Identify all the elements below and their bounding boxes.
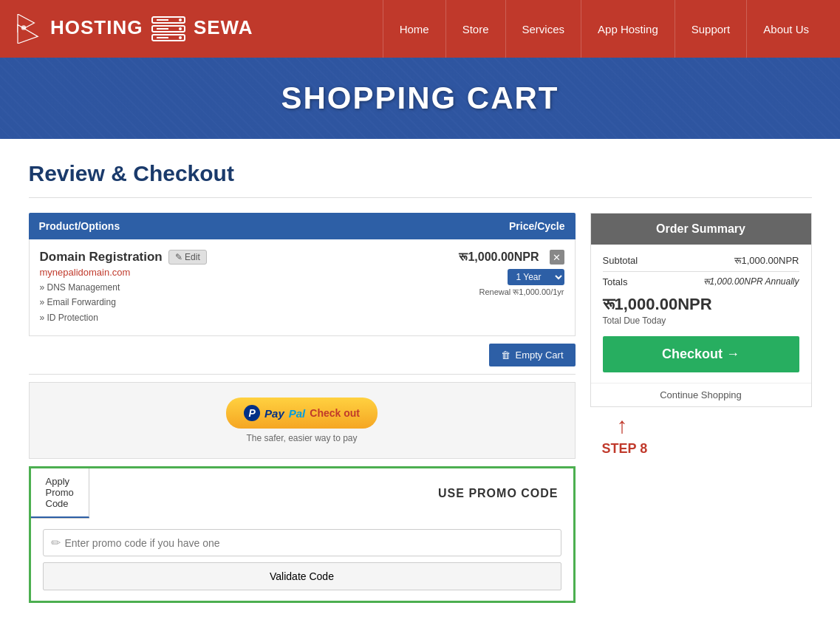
cart-item-price: रू1,000.00NPR ✕ 1 Year 2 Years 3 Years R… (446, 250, 564, 297)
page-heading: Review & Checkout (29, 161, 812, 198)
price-row: रू1,000.00NPR ✕ (446, 250, 564, 265)
total-price: रू1,000.00NPR (603, 295, 799, 314)
paypal-logo-p: P (244, 405, 260, 421)
empty-cart-button[interactable]: 🗑 Empty Cart (489, 344, 575, 366)
svg-point-7 (179, 27, 182, 30)
step-annotation: ↑ STEP 8 (590, 407, 812, 463)
left-column: Product/Options Price/Cycle Domain Regis… (29, 213, 576, 603)
cart-actions: 🗑 Empty Cart (29, 336, 576, 375)
nav-support[interactable]: Support (675, 0, 747, 58)
logo-flag-icon (15, 14, 44, 44)
promo-pencil-icon: ✏ (51, 536, 61, 550)
nav-home[interactable]: Home (383, 0, 445, 58)
promo-header: USE PROMO CODE (423, 480, 573, 508)
step-label: STEP 8 (602, 441, 648, 457)
paypal-button[interactable]: P PayPal Check out (226, 398, 378, 429)
billing-select[interactable]: 1 Year 2 Years 3 Years (508, 269, 564, 285)
promo-body: ✏ Validate Code (31, 519, 573, 601)
right-column: Order Summary Subtotal रू1,000.00NPR Tot… (590, 213, 812, 463)
order-summary-body: Subtotal रू1,000.00NPR Totals रू1,000.00… (591, 245, 811, 383)
totals-value: रू1,000.00NPR Annually (703, 276, 799, 287)
feature-email: Email Forwarding (40, 295, 446, 310)
svg-point-6 (179, 18, 182, 21)
paypal-section: P PayPal Check out The safer, easier way… (29, 382, 576, 459)
edit-button[interactable]: ✎ Edit (168, 250, 207, 265)
domain-link[interactable]: mynepalidomain.com (40, 267, 446, 278)
trash-icon: 🗑 (501, 349, 511, 361)
promo-tab[interactable]: Apply Promo Code (31, 468, 89, 518)
promo-tabs: Apply Promo Code (31, 468, 89, 519)
checkout-button[interactable]: Checkout → (603, 336, 799, 372)
nav-services[interactable]: Services (505, 0, 581, 58)
order-summary-box: Order Summary Subtotal रू1,000.00NPR Tot… (590, 213, 812, 407)
nav-app-hosting[interactable]: App Hosting (581, 0, 675, 58)
paypal-subtext: The safer, easier way to pay (44, 433, 560, 443)
cart-item-title: Domain Registration ✎ Edit (40, 250, 446, 265)
feature-dns: DNS Management (40, 280, 446, 295)
header: HOSTING SEWA Home Store Services App Hos… (0, 0, 840, 58)
paypal-label: Pay (264, 407, 284, 420)
svg-point-8 (179, 36, 182, 39)
domain-features: DNS Management Email Forwarding ID Prote… (40, 280, 446, 325)
item-name: Domain Registration (40, 250, 163, 265)
main-nav: Home Store Services App Hosting Support … (276, 0, 826, 58)
checkout-label: Check out (310, 407, 360, 419)
step-arrow-icon: ↑ (617, 413, 628, 438)
svg-point-2 (21, 25, 26, 30)
promo-input-row: ✏ (43, 529, 561, 556)
due-today-text: Total Due Today (603, 316, 799, 326)
cart-item: Domain Registration ✎ Edit mynepalidomai… (29, 239, 576, 336)
summary-totals-row: Totals रू1,000.00NPR Annually (603, 271, 799, 287)
col-price: Price/Cycle (509, 220, 565, 232)
logo-server-icon (151, 16, 186, 42)
hero-title: SHOPPING CART (281, 81, 559, 116)
feature-id-protection: ID Protection (40, 310, 446, 325)
summary-subtotal-row: Subtotal रू1,000.00NPR (603, 255, 799, 267)
subtotal-value: रू1,000.00NPR (734, 255, 799, 267)
renewal-text: Renewal रू1,000.00/1yr (446, 287, 564, 297)
order-summary-header: Order Summary (591, 214, 811, 245)
empty-cart-label: Empty Cart (515, 349, 563, 361)
paypal-label2: Pal (289, 407, 306, 420)
content-grid: Product/Options Price/Cycle Domain Regis… (29, 213, 812, 603)
nav-store[interactable]: Store (445, 0, 505, 58)
subtotal-label: Subtotal (603, 255, 638, 267)
price-value: रू1,000.00NPR (459, 250, 539, 264)
logo: HOSTING SEWA (15, 14, 253, 44)
totals-label: Totals (603, 276, 628, 287)
cart-item-details: Domain Registration ✎ Edit mynepalidomai… (40, 250, 446, 325)
col-product: Product/Options (39, 220, 120, 232)
svg-marker-1 (18, 24, 38, 44)
validate-code-button[interactable]: Validate Code (43, 562, 561, 590)
promo-section: Apply Promo Code USE PROMO CODE ✏ Valida… (29, 466, 576, 603)
logo-text: HOSTING SEWA (50, 16, 253, 42)
continue-shopping-link[interactable]: Continue Shopping (591, 383, 811, 406)
remove-button[interactable]: ✕ (550, 250, 564, 265)
promo-input[interactable] (65, 537, 553, 549)
cart-table-header: Product/Options Price/Cycle (29, 213, 576, 239)
nav-about-us[interactable]: About Us (746, 0, 825, 58)
hero-banner: SHOPPING CART (0, 58, 840, 139)
main-content: Review & Checkout Product/Options Price/… (14, 139, 827, 625)
